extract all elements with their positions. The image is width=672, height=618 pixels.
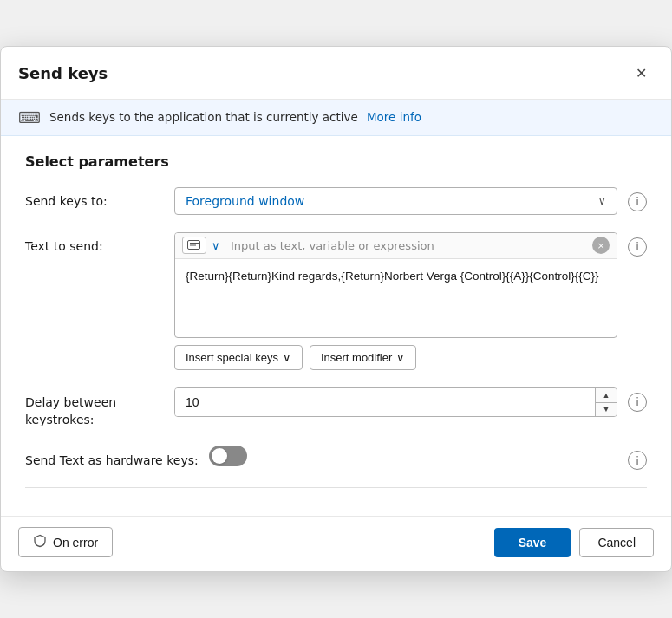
delay-row: Delay betweenkeystrokes: ▲ ▼ i <box>25 387 647 428</box>
delay-info: i <box>628 387 647 412</box>
send-keys-to-info: i <box>628 187 647 211</box>
delay-input-wrapper: ▲ ▼ <box>174 387 617 417</box>
info-icon[interactable]: i <box>628 192 647 211</box>
spinner-up-button[interactable]: ▲ <box>596 388 617 402</box>
on-error-button[interactable]: On error <box>18 527 113 557</box>
delay-control: ▲ ▼ <box>174 387 617 417</box>
hardware-keys-info: i <box>628 446 647 470</box>
text-to-send-row: Text to send: ∨ Input as text, variable … <box>25 232 647 370</box>
send-keys-to-row: Send keys to: Foreground window ∨ i <box>25 187 647 215</box>
info-icon-hardware[interactable]: i <box>628 451 647 470</box>
text-mode-button[interactable] <box>182 237 206 254</box>
close-button[interactable]: ✕ <box>628 61 654 87</box>
toggle-thumb <box>212 448 227 464</box>
dialog-header: Send keys ✕ <box>1 47 671 100</box>
send-keys-to-selected: Foreground window <box>186 194 304 208</box>
delay-label: Delay betweenkeystrokes: <box>25 387 164 428</box>
insert-special-keys-label: Insert special keys <box>186 351 278 364</box>
send-keys-to-select[interactable]: Foreground window ∨ <box>174 187 617 215</box>
hardware-keys-toggle[interactable] <box>209 446 247 466</box>
insert-special-keys-button[interactable]: Insert special keys ∨ <box>174 345 303 370</box>
info-icon-text[interactable]: i <box>628 237 647 257</box>
insert-modifier-label: Insert modifier <box>321 351 392 364</box>
hardware-keys-label: Send Text as hardware keys: <box>25 446 199 470</box>
info-icon-delay[interactable]: i <box>628 393 647 412</box>
cancel-button[interactable]: Cancel <box>579 528 654 557</box>
clear-button[interactable]: × <box>592 237 610 254</box>
footer-actions: Save Cancel <box>494 528 654 557</box>
divider <box>25 487 647 488</box>
chevron-down-icon: ∨ <box>597 194 606 207</box>
delay-label-text: Delay betweenkeystrokes: <box>25 395 116 426</box>
insert-special-keys-chevron: ∨ <box>283 351 291 364</box>
text-input-toolbar: ∨ Input as text, variable or expression … <box>175 233 617 259</box>
send-keys-to-label: Send keys to: <box>25 187 164 208</box>
more-info-link[interactable]: More info <box>367 110 421 124</box>
toolbar-placeholder: Input as text, variable or expression <box>225 239 590 252</box>
insert-modifier-button[interactable]: Insert modifier ∨ <box>310 345 416 370</box>
text-content[interactable]: {Return}{Return}Kind regards,{Return}Nor… <box>175 259 617 337</box>
text-to-send-control: ∨ Input as text, variable or expression … <box>174 232 617 370</box>
text-input-area: ∨ Input as text, variable or expression … <box>174 232 617 338</box>
section-title: Select parameters <box>25 153 647 170</box>
on-error-label: On error <box>53 536 98 550</box>
keyboard-icon: ⌨ <box>18 108 41 127</box>
text-mode-chevron[interactable]: ∨ <box>208 237 224 255</box>
shield-icon <box>33 534 47 550</box>
text-input-actions: Insert special keys ∨ Insert modifier ∨ <box>174 345 617 370</box>
send-keys-to-control: Foreground window ∨ <box>174 187 617 215</box>
dialog-title: Send keys <box>18 64 108 82</box>
info-banner: ⌨ Sends keys to the application that is … <box>1 100 671 136</box>
number-spinners: ▲ ▼ <box>595 388 617 416</box>
delay-input[interactable] <box>175 388 595 416</box>
text-to-send-info: i <box>628 232 647 257</box>
toggle-wrapper <box>209 446 617 466</box>
hardware-keys-row: Send Text as hardware keys: i <box>25 446 647 470</box>
text-to-send-label: Text to send: <box>25 232 164 253</box>
save-button[interactable]: Save <box>494 528 571 557</box>
spinner-down-button[interactable]: ▼ <box>596 402 617 416</box>
hardware-keys-control <box>209 446 617 466</box>
send-keys-dialog: Send keys ✕ ⌨ Sends keys to the applicat… <box>0 46 672 572</box>
info-banner-text: Sends keys to the application that is cu… <box>49 110 358 124</box>
insert-modifier-chevron: ∨ <box>396 351 405 364</box>
dialog-body: Select parameters Send keys to: Foregrou… <box>1 136 671 516</box>
dialog-footer: On error Save Cancel <box>1 516 671 571</box>
